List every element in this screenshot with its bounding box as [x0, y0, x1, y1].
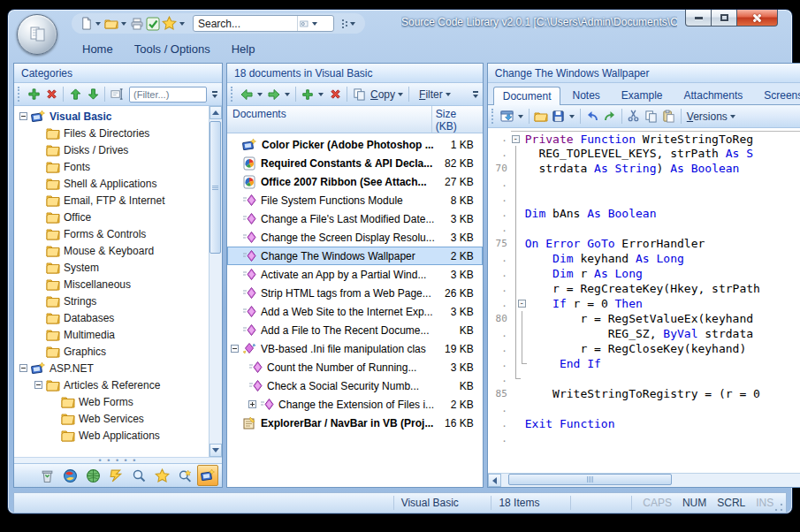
tree-expander-icon[interactable]	[19, 364, 27, 372]
document-row[interactable]: Change a File's Last Modified Date...3 K…	[227, 209, 483, 228]
save-icon[interactable]	[550, 108, 568, 125]
favorites-star-icon[interactable]	[151, 465, 172, 486]
document-row[interactable]: Activate an App by a Partial Wind...3 KB	[227, 265, 483, 284]
row-expander-icon[interactable]	[231, 345, 239, 353]
tree-item[interactable]: Shell & Applications	[14, 175, 209, 192]
toolbar-grip[interactable]	[491, 109, 495, 124]
maximize-button[interactable]	[712, 10, 737, 27]
add-dropdown-caret[interactable]	[318, 93, 324, 96]
menu-item-help[interactable]: Help	[221, 39, 266, 59]
copy-button[interactable]: Copy	[370, 88, 395, 101]
forward-button[interactable]	[265, 86, 283, 103]
toolbar-overflow-icon[interactable]	[470, 86, 481, 103]
document-row[interactable]: Add a File to The Recent Docume...KB	[227, 321, 483, 339]
minimize-button[interactable]	[685, 10, 712, 27]
tab-screenshots[interactable]: Screenshots	[754, 86, 800, 104]
tab-document[interactable]: Document	[493, 87, 561, 105]
tree-item[interactable]: Mouse & Keyboard	[14, 242, 209, 259]
versions-dropdown-caret[interactable]	[730, 115, 735, 118]
tree-item[interactable]: Office	[14, 209, 209, 225]
redo-icon[interactable]	[601, 108, 619, 125]
document-row[interactable]: Change the Extension of Files i...2 KB	[227, 395, 483, 414]
menu-item-tools-options[interactable]: Tools / Options	[124, 39, 221, 59]
add-document-button[interactable]	[299, 86, 316, 103]
document-row[interactable]: Add a Web Site to the Internet Exp...3 K…	[227, 302, 483, 321]
row-expander-icon[interactable]	[248, 400, 256, 408]
category-filter-input[interactable]	[129, 87, 207, 103]
tree-item[interactable]: Strings	[14, 293, 209, 309]
tree-item[interactable]: Graphics	[14, 343, 209, 360]
app-orb-icon[interactable]	[17, 14, 57, 55]
open-dropdown-caret[interactable]	[121, 22, 126, 26]
search-scope-button[interactable]	[297, 16, 322, 31]
toolbar-options-icon[interactable]	[341, 19, 358, 29]
toolbar-grip[interactable]	[231, 87, 234, 102]
column-documents[interactable]: Documents	[227, 106, 431, 133]
tab-attachments[interactable]: Attachments	[674, 86, 753, 104]
back-button[interactable]	[238, 86, 255, 103]
tree-expander-icon[interactable]	[19, 112, 27, 120]
code-view[interactable]: .-Private Function WriteStringToReg. REG…	[488, 128, 800, 473]
web-globe-icon[interactable]	[82, 465, 103, 486]
favorites-star-icon[interactable]	[161, 15, 178, 33]
forward-dropdown-caret[interactable]	[285, 93, 290, 96]
tree-item[interactable]: Multimedia	[14, 326, 209, 343]
tab-example[interactable]: Example	[612, 86, 673, 104]
document-row[interactable]: Change the Screen Display Resolu...3 KB	[227, 228, 483, 247]
move-up-button[interactable]	[66, 86, 84, 103]
delete-category-button[interactable]	[42, 86, 60, 103]
document-row[interactable]: Required Constants & API Decla...82 KB	[227, 154, 483, 172]
globe-icon[interactable]	[59, 465, 80, 486]
save-dropdown-caret[interactable]	[569, 115, 575, 118]
tree-item[interactable]: Articles & Reference	[14, 376, 209, 393]
scroll-down-icon[interactable]	[210, 444, 222, 457]
tree-item[interactable]: Forms & Controls	[14, 225, 209, 242]
document-row[interactable]: Office 2007 Ribbon (See Attach...27 KB	[227, 172, 483, 191]
tree-item[interactable]: Miscellaneous	[14, 276, 209, 293]
document-row[interactable]: File System Functions Module8 KB	[227, 191, 483, 209]
tree-expander-icon[interactable]	[34, 381, 42, 389]
document-row[interactable]: Check a Social Security Numb...KB	[227, 376, 483, 395]
scrollbar-thumb[interactable]	[508, 474, 672, 485]
check-icon[interactable]	[145, 15, 161, 33]
paste-icon[interactable]	[660, 108, 678, 125]
document-row[interactable]: Count the Number of Running...3 KB	[227, 358, 483, 376]
toolbar-overflow-icon[interactable]	[210, 86, 220, 103]
menu-item-home[interactable]: Home	[72, 39, 124, 59]
new-document-icon[interactable]	[79, 15, 94, 33]
filter-dropdown-caret[interactable]	[446, 93, 451, 96]
search-icon[interactable]	[128, 465, 149, 486]
resize-grip[interactable]	[773, 502, 784, 513]
document-row[interactable]: VB-based .Ini file manipulation clas19 K…	[227, 339, 483, 358]
copy-icon[interactable]	[350, 86, 368, 103]
toolbar-grip[interactable]	[18, 87, 21, 102]
code-horizontal-scrollbar[interactable]	[488, 473, 800, 487]
tree-scrollbar[interactable]	[209, 106, 222, 457]
fold-collapse-icon[interactable]: -	[512, 135, 520, 143]
tree-item[interactable]: Disks / Drives	[14, 141, 209, 158]
tree-item[interactable]: Databases	[14, 309, 209, 326]
tree-item[interactable]: System	[14, 259, 209, 276]
close-button[interactable]	[737, 10, 778, 27]
scroll-up-icon[interactable]	[210, 106, 222, 119]
tree-item[interactable]: Visual Basic	[14, 108, 209, 125]
export-dropdown-caret[interactable]	[518, 115, 523, 118]
open-folder-icon[interactable]	[103, 15, 119, 33]
delete-document-button[interactable]	[326, 86, 344, 103]
search-scope-caret[interactable]	[312, 22, 317, 26]
print-icon[interactable]	[129, 15, 145, 33]
search-favorites-icon[interactable]	[174, 465, 195, 486]
open-folder-icon[interactable]	[532, 108, 550, 125]
document-row[interactable]: Strip HTML tags from a Web Page...26 KB	[227, 284, 483, 302]
versions-button[interactable]: Versions	[687, 110, 728, 123]
column-size[interactable]: Size (KB)	[431, 106, 483, 133]
move-down-button[interactable]	[84, 86, 102, 103]
scrollbar-thumb[interactable]	[210, 121, 221, 254]
back-dropdown-caret[interactable]	[257, 93, 263, 96]
tree-item[interactable]: Fonts	[14, 158, 209, 175]
scroll-left-icon[interactable]	[488, 474, 501, 487]
search-input[interactable]	[198, 18, 297, 30]
document-row[interactable]: Color Picker (Adobe Photoshop ...1 KB	[227, 135, 483, 154]
tree-item[interactable]: Web Services	[14, 410, 209, 427]
lightning-icon[interactable]	[105, 465, 126, 486]
